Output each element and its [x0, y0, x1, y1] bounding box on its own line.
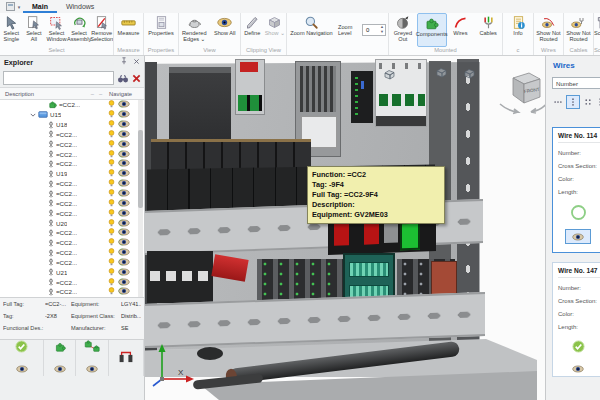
ribbon-button-select-all[interactable]: Select All: [23, 13, 46, 47]
binoculars-search-icon[interactable]: [117, 69, 129, 87]
navigate-eye-icon[interactable]: [118, 179, 130, 188]
tab-windows[interactable]: Windows: [57, 0, 103, 13]
navigate-eye-icon[interactable]: [118, 140, 130, 149]
routed-state-filter-button[interactable]: [0, 340, 44, 376]
tree-item-cc2[interactable]: =CC2...: [0, 228, 144, 238]
clear-search-icon[interactable]: [132, 69, 141, 87]
highlight-bulb-icon[interactable]: [108, 130, 115, 139]
ribbon-button-show-not-routed[interactable]: Show Not Routed: [564, 13, 593, 47]
navigate-eye-icon[interactable]: [118, 100, 130, 109]
ribbon-button-show-all[interactable]: Show All: [210, 13, 241, 47]
highlight-bulb-icon[interactable]: [108, 219, 115, 228]
highlight-bulb-icon[interactable]: [108, 189, 115, 198]
navigate-eye-icon[interactable]: [118, 120, 130, 129]
wire-show-eye-button[interactable]: [565, 229, 591, 244]
tree-item-u15[interactable]: U15: [0, 110, 144, 120]
ribbon-button-properties[interactable]: Properties: [144, 13, 178, 47]
zoom-level-input[interactable]: 0▲▼: [362, 24, 386, 36]
association-visibility-button[interactable]: [76, 340, 108, 376]
tree-item-cc2[interactable]: =CC2...: [0, 130, 144, 140]
highlight-bulb-icon[interactable]: [108, 287, 115, 296]
wires-sort-dropdown[interactable]: Number: [552, 77, 600, 89]
navigate-eye-icon[interactable]: [118, 268, 130, 277]
tree-item-u20[interactable]: U20: [0, 218, 144, 228]
navigate-eye-icon[interactable]: [118, 159, 130, 168]
ribbon-button-rendered-edges[interactable]: Rendered Edges ⌄: [179, 13, 210, 47]
highlight-bulb-icon[interactable]: [108, 150, 115, 159]
navigate-eye-icon[interactable]: [118, 150, 130, 159]
navigate-eye-icon[interactable]: [118, 228, 130, 237]
highlight-bulb-icon[interactable]: [108, 278, 115, 287]
ribbon-button-select-window[interactable]: Select Window: [45, 13, 68, 47]
ribbon-button-wires[interactable]: Wires: [447, 13, 475, 47]
highlight-bulb-icon[interactable]: [108, 209, 115, 218]
tree-item-u18[interactable]: U18: [0, 120, 144, 130]
navigate-eye-icon[interactable]: [118, 209, 130, 218]
tree-item-cc2[interactable]: =CC2...: [0, 100, 144, 110]
highlight-bulb-icon[interactable]: [108, 258, 115, 267]
tab-main[interactable]: Main: [23, 0, 57, 13]
tree-item-cc2[interactable]: =CC2...: [0, 248, 144, 258]
tree-item-cc2[interactable]: =CC2...: [0, 238, 144, 248]
ribbon-button-define[interactable]: Define: [241, 13, 264, 47]
autohide-pin-icon[interactable]: [120, 57, 128, 67]
navigate-eye-icon[interactable]: [118, 287, 130, 296]
highlight-bulb-icon[interactable]: [108, 199, 115, 208]
ribbon-button-greyed-out[interactable]: Greyed Out: [389, 13, 417, 47]
expand-chevron-icon[interactable]: [30, 111, 36, 118]
bridge-visibility-button[interactable]: [109, 340, 144, 376]
highlight-bulb-icon[interactable]: [108, 268, 115, 277]
navigate-eye-icon[interactable]: [118, 199, 130, 208]
ribbon-button-show[interactable]: Show ⌄: [264, 13, 287, 47]
tree-item-u21[interactable]: U21: [0, 267, 144, 277]
wire-show-eye-button[interactable]: [565, 361, 591, 376]
wire-card-2[interactable]: Wire No. 147Number:Cross Section:Color:L…: [552, 262, 600, 377]
navigate-eye-icon[interactable]: [118, 169, 130, 178]
ribbon-button-measure[interactable]: Measure: [114, 13, 143, 47]
tree-item-cc2[interactable]: =CC2...: [0, 208, 144, 218]
navigate-eye-icon[interactable]: [118, 278, 130, 287]
tree-item-cc2[interactable]: =CC2...: [0, 198, 144, 208]
view-cube[interactable]: FRONT: [495, 67, 545, 121]
highlight-bulb-icon[interactable]: [108, 110, 115, 119]
highlight-bulb-icon[interactable]: [108, 120, 115, 129]
3d-viewport[interactable]: Function: =CC2Tag: -9F4Full Tag: =CC2-9F…: [145, 55, 545, 400]
navigate-eye-icon[interactable]: [118, 258, 130, 267]
ribbon-button-zoom-navigation[interactable]: Zoom Navigation: [287, 13, 336, 47]
ribbon-button-scann[interactable]: Scann: [594, 13, 600, 47]
navigate-eye-icon[interactable]: [118, 130, 130, 139]
ribbon-button-remove-selection[interactable]: Remove Selection: [90, 13, 113, 47]
ribbon-button-select-assembly[interactable]: Select Assembly: [68, 13, 91, 47]
ribbon-button-show-not-routed[interactable]: Show Not Routed: [534, 13, 563, 47]
navigate-eye-icon[interactable]: [118, 248, 130, 257]
wires-view-grid-small-button[interactable]: [581, 95, 595, 109]
close-icon[interactable]: [133, 58, 140, 67]
explorer-column-header[interactable]: Description – – Navigate: [0, 87, 144, 100]
highlight-bulb-icon[interactable]: [108, 179, 115, 188]
zoom-level-stepper[interactable]: ▲▼: [380, 25, 384, 34]
search-input[interactable]: [3, 71, 114, 85]
ribbon-button-select-single[interactable]: Select Single: [0, 13, 23, 47]
ribbon-button-cables[interactable]: Cables: [474, 13, 502, 47]
highlight-bulb-icon[interactable]: [108, 248, 115, 257]
tree-item-cc2[interactable]: =CC2...: [0, 258, 144, 268]
tree-item-cc2[interactable]: =CC2...: [0, 139, 144, 149]
wires-view-dots-h-button[interactable]: [551, 95, 565, 109]
wire-card-1[interactable]: Wire No. 114Number:Cross Section:Color:L…: [552, 127, 600, 253]
ribbon-button-info[interactable]: Info: [503, 13, 533, 47]
component-visibility-button[interactable]: [44, 340, 76, 376]
ribbon-button-components[interactable]: Components: [417, 13, 447, 47]
navigate-eye-icon[interactable]: [118, 238, 130, 247]
wires-view-list-v-button[interactable]: [566, 95, 580, 109]
tree-item-cc2[interactable]: =CC2...: [0, 179, 144, 189]
tree-item-cc2[interactable]: =CC2...: [0, 277, 144, 287]
app-menu-button[interactable]: ▾: [3, 1, 23, 12]
navigate-eye-icon[interactable]: [118, 110, 130, 119]
highlight-bulb-icon[interactable]: [108, 238, 115, 247]
navigate-eye-icon[interactable]: [118, 219, 130, 228]
highlight-bulb-icon[interactable]: [108, 228, 115, 237]
tree-item-cc2[interactable]: =CC2...: [0, 159, 144, 169]
highlight-bulb-icon[interactable]: [108, 140, 115, 149]
highlight-bulb-icon[interactable]: [108, 159, 115, 168]
tree-item-cc2[interactable]: =CC2...: [0, 287, 144, 297]
